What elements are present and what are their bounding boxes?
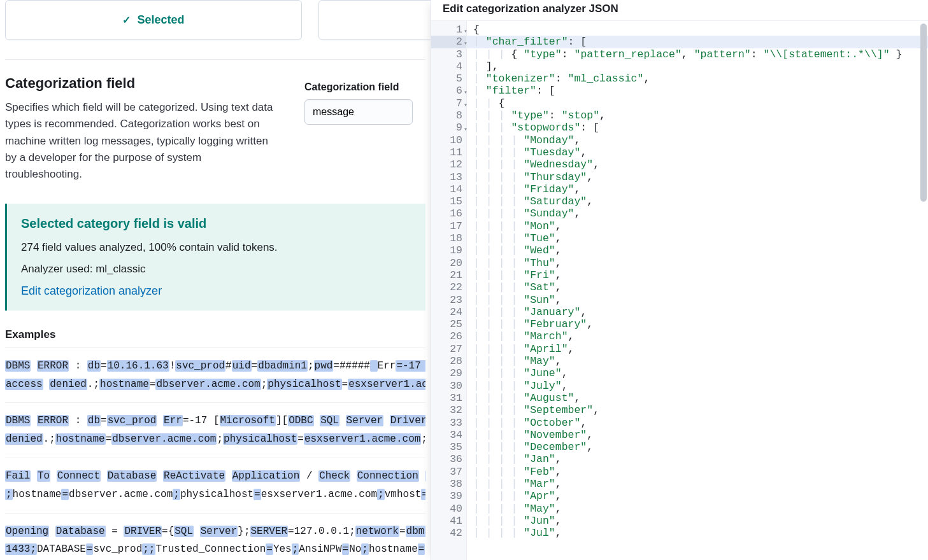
categorization-field-row: Categorization field Specifies which fie… [5,75,425,183]
validation-callout: Selected category field is valid 274 fie… [5,204,425,311]
categorization-field-description: Categorization field Specifies which fie… [5,75,279,183]
editor-code[interactable]: {| "char_filter": [| | | { "type": "patt… [467,21,928,560]
example-row: Opening Database = DRIVER={SQL Server};S… [5,513,425,561]
categorization-field-input[interactable] [304,99,413,125]
selected-option-card[interactable]: ✓ Selected [5,0,302,40]
option-card-stub[interactable] [318,0,431,40]
example-row: Fail To Connect Database ReActivate Appl… [5,458,425,513]
flyout-title: Edit categorization analyzer JSON [431,0,928,21]
flyout-editor-pane: Edit categorization analyzer JSON 123456… [431,0,928,560]
callout-analyzer-line: Analyzer used: ml_classic [21,263,411,276]
left-pane: ✓ Selected Categorization field Specifie… [0,0,431,560]
examples-heading: Examples [5,328,425,341]
example-row: DBMS ERROR : db=10.16.1.63!svc_prod#uid=… [5,347,425,403]
categorization-field-input-column: Categorization field [304,75,425,183]
edit-analyzer-link[interactable]: Edit categorization analyzer [21,284,162,297]
examples-list: DBMS ERROR : db=10.16.1.63!svc_prod#uid=… [5,347,425,560]
divider [5,59,425,60]
editor-gutter: 1234567891011121314151617181920212223242… [431,21,467,560]
callout-title: Selected category field is valid [21,216,411,231]
callout-analyzed-line: 274 field values analyzed, 100% contain … [21,241,411,254]
categorization-field-heading: Categorization field [5,75,279,92]
example-row: DBMS ERROR : db=svc_prod Err=-17 [Micros… [5,402,425,458]
json-editor[interactable]: 1234567891011121314151617181920212223242… [431,21,928,560]
editor-scrollbar[interactable] [920,24,927,202]
check-icon: ✓ [122,14,131,26]
categorization-field-help-text: Specifies which field will be categorize… [5,99,279,183]
categorization-field-label: Categorization field [304,81,425,93]
selected-label: Selected [137,13,184,27]
